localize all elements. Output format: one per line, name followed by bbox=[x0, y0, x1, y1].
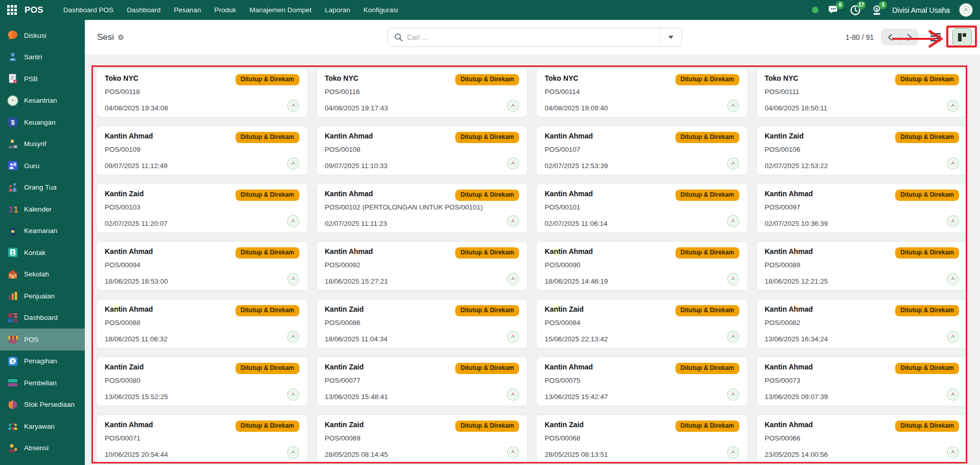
sidebar-item-kesantrian[interactable]: Kesantrian bbox=[0, 90, 85, 112]
session-card[interactable]: Kantin Ahmad Ditutup & Direkam POS/00108… bbox=[316, 126, 528, 175]
session-card[interactable]: Kantin Ahmad Ditutup & Direkam POS/00107… bbox=[536, 126, 748, 175]
responsible-avatar-icon[interactable] bbox=[947, 157, 959, 170]
list-view-button[interactable] bbox=[926, 28, 945, 46]
sidebar-item-guru[interactable]: Guru bbox=[0, 155, 85, 177]
pager-next-button[interactable] bbox=[900, 29, 919, 45]
nav-item-manajemen-dompet[interactable]: Manajemen Dompet bbox=[243, 0, 318, 20]
sidebar-item-pos[interactable]: POS bbox=[0, 329, 85, 351]
sidebar-item-pembelian[interactable]: Pembelian bbox=[0, 372, 85, 394]
responsible-avatar-icon[interactable] bbox=[727, 446, 739, 458]
search-filter-toggle[interactable] bbox=[660, 28, 682, 46]
nav-item-dashboard[interactable]: Dashboard bbox=[120, 0, 167, 20]
session-card[interactable]: Kantin Ahmad Ditutup & Direkam POS/00109… bbox=[96, 126, 308, 175]
session-card[interactable]: Kantin Zaid Ditutup & Direkam POS/00080 … bbox=[96, 357, 308, 406]
session-card[interactable]: Kantin Zaid Ditutup & Direkam POS/00106 … bbox=[756, 126, 968, 175]
session-card[interactable]: Kantin Zaid Ditutup & Direkam POS/00103 … bbox=[96, 183, 308, 233]
session-card[interactable]: Kantin Ahmad Ditutup & Direkam POS/00097… bbox=[756, 183, 968, 233]
apps-grid-icon[interactable] bbox=[7, 5, 17, 15]
session-card[interactable]: Kantin Zaid Ditutup & Direkam POS/00086 … bbox=[316, 299, 528, 348]
sidebar-item-absensi[interactable]: Absensi bbox=[0, 437, 85, 459]
session-card[interactable]: Toko NYC Ditutup & Direkam POS/00114 04/… bbox=[536, 68, 748, 118]
responsible-avatar-icon[interactable] bbox=[287, 446, 299, 458]
sidebar-item-keuangan[interactable]: $Keuangan bbox=[0, 111, 85, 133]
session-card[interactable]: Kantin Ahmad Ditutup & Direkam POS/00089… bbox=[756, 241, 968, 291]
responsible-avatar-icon[interactable] bbox=[727, 157, 739, 170]
responsible-avatar-icon[interactable] bbox=[287, 100, 299, 112]
session-card[interactable]: Kantin Ahmad Ditutup & Direkam POS/00092… bbox=[316, 241, 528, 291]
session-card[interactable]: Kantin Ahmad Ditutup & Direkam POS/00073… bbox=[756, 357, 968, 406]
responsible-avatar-icon[interactable] bbox=[947, 446, 959, 458]
session-card[interactable]: Toko NYC Ditutup & Direkam POS/00111 04/… bbox=[756, 68, 968, 118]
card-footer: 02/07/2025 11:11:23 bbox=[325, 215, 520, 227]
responsible-avatar-icon[interactable] bbox=[507, 388, 519, 401]
session-card[interactable]: Kantin Zaid Ditutup & Direkam POS/00077 … bbox=[316, 357, 528, 406]
app-brand[interactable]: POS bbox=[25, 5, 43, 15]
session-card[interactable]: Kantin Ahmad Ditutup & Direkam POS/00082… bbox=[756, 299, 968, 348]
session-card[interactable]: Kantin Ahmad Ditutup & Direkam POS/00090… bbox=[536, 241, 748, 291]
responsible-avatar-icon[interactable] bbox=[287, 273, 299, 285]
session-card[interactable]: Kantin Ahmad Ditutup & Direkam POS/00101… bbox=[536, 183, 748, 233]
sidebar-item-kalender[interactable]: 31Kalender bbox=[0, 198, 85, 220]
responsible-avatar-icon[interactable] bbox=[507, 331, 519, 343]
session-card[interactable]: Toko NYC Ditutup & Direkam POS/00116 04/… bbox=[316, 68, 528, 118]
search-input[interactable] bbox=[407, 33, 660, 41]
responsible-avatar-icon[interactable] bbox=[727, 273, 739, 285]
nav-item-konfigurasi[interactable]: Konfigurasi bbox=[357, 0, 405, 20]
sidebar-item-musyrif[interactable]: Musyrif bbox=[0, 133, 85, 155]
sidebar-item-sekolah[interactable]: Sekolah bbox=[0, 264, 85, 286]
sidebar-item-penjualan[interactable]: Penjualan bbox=[0, 285, 85, 307]
session-card[interactable]: Kantin Ahmad Ditutup & Direkam POS/00094… bbox=[96, 241, 308, 291]
session-card[interactable]: Kantin Zaid Ditutup & Direkam POS/00069 … bbox=[316, 414, 528, 464]
sidebar-item-dashboard[interactable]: Dashboard bbox=[0, 307, 85, 329]
responsible-avatar-icon[interactable] bbox=[507, 215, 519, 227]
gear-icon[interactable]: ⚙ bbox=[118, 34, 124, 41]
responsible-avatar-icon[interactable] bbox=[947, 215, 959, 227]
sidebar-item-diskusi[interactable]: Diskusi bbox=[0, 25, 85, 46]
session-card[interactable]: Kantin Ahmad Ditutup & Direkam POS/00075… bbox=[536, 357, 748, 406]
session-card[interactable]: Toko NYC Ditutup & Direkam POS/00118 04/… bbox=[96, 68, 308, 118]
nav-item-pesanan[interactable]: Pesanan bbox=[167, 0, 207, 20]
session-card[interactable]: Kantin Ahmad Ditutup & Direkam POS/00102… bbox=[316, 183, 528, 233]
session-card[interactable]: Kantin Ahmad Ditutup & Direkam POS/00066… bbox=[756, 414, 968, 464]
responsible-avatar-icon[interactable] bbox=[287, 331, 299, 343]
sidebar-item-orang-tua[interactable]: Orang Tua bbox=[0, 177, 85, 199]
responsible-avatar-icon[interactable] bbox=[727, 331, 739, 343]
session-card[interactable]: Kantin Ahmad Ditutup & Direkam POS/00071… bbox=[96, 414, 308, 464]
responsible-avatar-icon[interactable] bbox=[287, 388, 299, 401]
session-reference: POS/00090 bbox=[545, 261, 739, 269]
nav-item-laporan[interactable]: Laporan bbox=[318, 0, 357, 20]
user-menu[interactable]: Divisi Amal Usaha bbox=[892, 6, 950, 14]
session-card[interactable]: Kantin Zaid Ditutup & Direkam POS/00068 … bbox=[536, 414, 748, 464]
responsible-avatar-icon[interactable] bbox=[507, 273, 519, 285]
responsible-avatar-icon[interactable] bbox=[947, 331, 959, 343]
responsible-avatar-icon[interactable] bbox=[507, 100, 519, 112]
responsible-avatar-icon[interactable] bbox=[727, 100, 739, 112]
sidebar-item-stok-persediaan[interactable]: Stok Persediaan bbox=[0, 394, 85, 416]
responsible-avatar-icon[interactable] bbox=[947, 100, 959, 112]
responsible-avatar-icon[interactable] bbox=[507, 157, 519, 170]
card-header: Kantin Ahmad Ditutup & Direkam bbox=[765, 305, 960, 316]
sidebar-item-karyawan[interactable]: Karyawan bbox=[0, 415, 85, 437]
sidebar-item-santri[interactable]: Santri bbox=[0, 46, 85, 68]
kanban-view-button[interactable] bbox=[952, 28, 972, 46]
responsible-avatar-icon[interactable] bbox=[287, 157, 299, 170]
nav-item-dashboard-pos[interactable]: Dashboard POS bbox=[57, 0, 120, 20]
messages-icon[interactable]: 6 bbox=[828, 4, 840, 16]
responsible-avatar-icon[interactable] bbox=[287, 215, 299, 227]
responsible-avatar-icon[interactable] bbox=[947, 273, 959, 285]
wallet-money-icon[interactable]: $ 5 bbox=[871, 4, 883, 16]
sidebar-item-penagihan[interactable]: $Penagihan bbox=[0, 351, 85, 373]
nav-item-produk[interactable]: Produk bbox=[207, 0, 243, 20]
sidebar-item-keamanan[interactable]: Keamanan bbox=[0, 220, 85, 242]
responsible-avatar-icon[interactable] bbox=[947, 388, 959, 401]
user-avatar-icon[interactable] bbox=[959, 3, 973, 17]
sidebar-item-kontak[interactable]: Kontak bbox=[0, 242, 85, 264]
sidebar-item-psb[interactable]: PSB bbox=[0, 68, 85, 90]
activities-clock-icon[interactable]: 17 bbox=[849, 4, 861, 16]
responsible-avatar-icon[interactable] bbox=[507, 446, 519, 458]
responsible-avatar-icon[interactable] bbox=[727, 215, 739, 227]
session-card[interactable]: Kantin Zaid Ditutup & Direkam POS/00084 … bbox=[536, 299, 748, 348]
session-card[interactable]: Kantin Ahmad Ditutup & Direkam POS/00088… bbox=[96, 299, 308, 348]
responsible-avatar-icon[interactable] bbox=[727, 388, 739, 401]
pager-prev-button[interactable] bbox=[881, 29, 900, 45]
